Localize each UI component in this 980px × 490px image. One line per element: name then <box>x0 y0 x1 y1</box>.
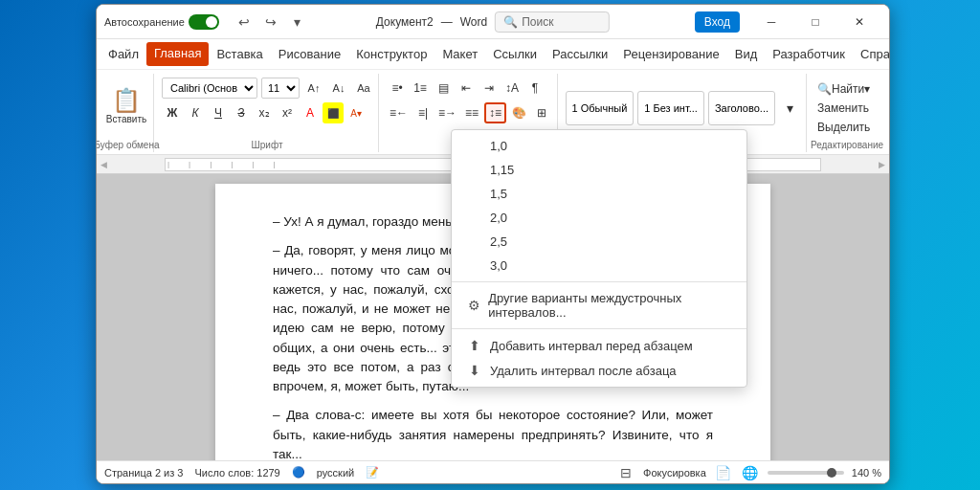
align-right[interactable]: ≡→ <box>435 102 459 123</box>
style-normal[interactable]: 1 Обычный <box>566 91 635 125</box>
underline-button[interactable]: Ч <box>208 102 229 123</box>
autosave-toggle[interactable] <box>189 14 219 30</box>
bullets-button[interactable]: ≡• <box>387 78 408 99</box>
strikethrough-button[interactable]: З <box>231 102 252 123</box>
window-controls: ─ □ ✕ <box>749 7 881 37</box>
menu-item-design[interactable]: Конструктор <box>348 43 434 65</box>
autosave-area: Автосохранение <box>104 14 219 30</box>
align-left[interactable]: ≡← <box>387 102 411 123</box>
add-before-icon: ⬆ <box>467 338 482 353</box>
focus-button[interactable]: ⊟ <box>616 463 635 482</box>
subscript-button[interactable]: x₂ <box>254 102 275 123</box>
word-count: Число слов: 1279 <box>194 467 279 479</box>
menu-item-view[interactable]: Вид <box>727 43 766 65</box>
remove-after-icon: ⬇ <box>467 363 482 378</box>
font-family-select[interactable]: Calibri (Основн.) <box>162 78 257 99</box>
web-layout-button[interactable]: 🌐 <box>741 463 760 482</box>
autosave-label: Автосохранение <box>104 16 185 28</box>
highlight-button[interactable]: ⬛ <box>323 102 344 123</box>
menu-item-review[interactable]: Рецензирование <box>615 43 726 65</box>
menu-item-mail[interactable]: Рассылки <box>545 43 615 65</box>
menu-item-layout[interactable]: Макет <box>434 43 485 65</box>
menu-item-refs[interactable]: Ссылки <box>485 43 545 65</box>
add-before-label: Добавить интервал перед абзацем <box>490 339 693 353</box>
replace-button[interactable]: Заменить <box>814 99 872 118</box>
add-before-item[interactable]: ⬆ Добавить интервал перед абзацем <box>452 333 746 358</box>
language-label: русский <box>317 467 354 479</box>
menu-item-insert[interactable]: Вставка <box>209 43 270 65</box>
font-size-increase[interactable]: A↑ <box>303 78 324 99</box>
style-nospace[interactable]: 1 Без инт... <box>637 91 704 125</box>
spacing-2.5[interactable]: 2,5 <box>452 230 746 254</box>
font-size-select[interactable]: 11 <box>261 78 300 99</box>
borders-button[interactable]: ⊞ <box>531 102 552 123</box>
spacing-2.0-label: 2,0 <box>490 211 507 225</box>
close-button[interactable]: ✕ <box>837 7 881 37</box>
spacing-2.0[interactable]: 2,0 <box>452 206 746 230</box>
title-center: Документ2 — Word 🔍 Поиск <box>376 11 610 33</box>
spacing-1.5-label: 1,5 <box>490 187 507 201</box>
line-spacing-button[interactable]: ↕≡ <box>484 102 506 123</box>
remove-after-label: Удалить интервал после абзаца <box>490 364 677 378</box>
find-label: Найти <box>832 82 864 96</box>
page-info: Страница 2 из 3 <box>104 467 183 479</box>
superscript-button[interactable]: x² <box>277 102 298 123</box>
word-window: Автосохранение ↩ ↪ ▾ Документ2 — Word 🔍 … <box>96 4 890 484</box>
style-heading[interactable]: Заголово... <box>708 91 775 125</box>
paragraph-3: – Два слова-с: имеете вы хотя бы некотор… <box>273 406 713 464</box>
print-layout-button[interactable]: 📄 <box>714 463 733 482</box>
clear-format-button[interactable]: Aa <box>353 78 374 99</box>
remove-after-item[interactable]: ⬇ Удалить интервал после абзаца <box>452 358 746 383</box>
editing-label: Редактирование <box>811 140 883 150</box>
show-marks-button[interactable]: ¶ <box>524 78 546 99</box>
paste-button[interactable]: 📋 Вставить <box>106 80 146 132</box>
menu-item-home[interactable]: Главная <box>146 42 209 66</box>
style-heading-label: Заголово... <box>715 102 768 114</box>
select-button[interactable]: Выделить <box>814 118 873 137</box>
customize-qat-button[interactable]: ▾ <box>286 11 309 33</box>
spacing-1.0[interactable]: 1,0 <box>452 134 746 158</box>
clipboard-label: Буфер обмена <box>96 140 159 150</box>
lang-indicator: 🔵 <box>292 466 305 479</box>
ruler-indicator: ◀ <box>100 160 107 169</box>
spacing-1.15[interactable]: 1,15 <box>452 158 746 182</box>
font-bg-button[interactable]: A▾ <box>345 102 367 123</box>
bold-button[interactable]: Ж <box>162 102 183 123</box>
menu-item-help[interactable]: Справка <box>853 43 890 65</box>
menu-item-dev[interactable]: Разработчик <box>765 43 853 65</box>
find-button[interactable]: 🔍 Найти▾ <box>814 79 873 99</box>
align-center[interactable]: ≡| <box>412 102 434 123</box>
font-size-decrease[interactable]: A↓ <box>328 78 349 99</box>
undo-button[interactable]: ↩ <box>233 11 256 33</box>
redo-button[interactable]: ↪ <box>259 11 282 33</box>
numbering-button[interactable]: 1≡ <box>410 78 431 99</box>
paste-label: Вставить <box>106 114 146 124</box>
spacing-1.15-label: 1,15 <box>490 163 514 177</box>
zoom-thumb <box>827 468 836 478</box>
font-color-button[interactable]: А <box>300 102 321 123</box>
align-justify[interactable]: ≡≡ <box>461 102 482 123</box>
menu-item-file[interactable]: Файл <box>100 43 146 65</box>
spacing-1.0-label: 1,0 <box>490 139 507 153</box>
signin-button[interactable]: Вход <box>695 11 740 33</box>
indent-increase[interactable]: ⇥ <box>479 78 500 99</box>
more-options-label: Другие варианты междустрочных интервалов… <box>488 291 731 320</box>
editing-group: 🔍 Найти▾ Заменить Выделить Редактировани… <box>809 74 885 152</box>
spacing-3.0[interactable]: 3,0 <box>452 254 746 278</box>
sort-button[interactable]: ↕A <box>501 78 523 99</box>
indent-decrease[interactable]: ⇤ <box>456 78 477 99</box>
maximize-button[interactable]: □ <box>793 7 837 37</box>
title-separator: — <box>441 15 453 29</box>
menu-item-draw[interactable]: Рисование <box>271 43 348 65</box>
minimize-button[interactable]: ─ <box>749 7 793 37</box>
italic-button[interactable]: К <box>185 102 206 123</box>
more-options-item[interactable]: ⚙ Другие варианты междустрочных интервал… <box>452 286 746 324</box>
multilevel-button[interactable]: ▤ <box>433 78 454 99</box>
zoom-slider[interactable] <box>768 471 844 475</box>
search-box[interactable]: 🔍 Поиск <box>495 11 610 33</box>
styles-more-button[interactable]: ▾ <box>779 91 800 125</box>
spacing-2.5-label: 2,5 <box>490 234 507 249</box>
shading-button[interactable]: 🎨 <box>508 102 529 123</box>
spacing-1.5[interactable]: 1,5 <box>452 182 746 206</box>
track-changes-icon: 📝 <box>366 466 379 479</box>
